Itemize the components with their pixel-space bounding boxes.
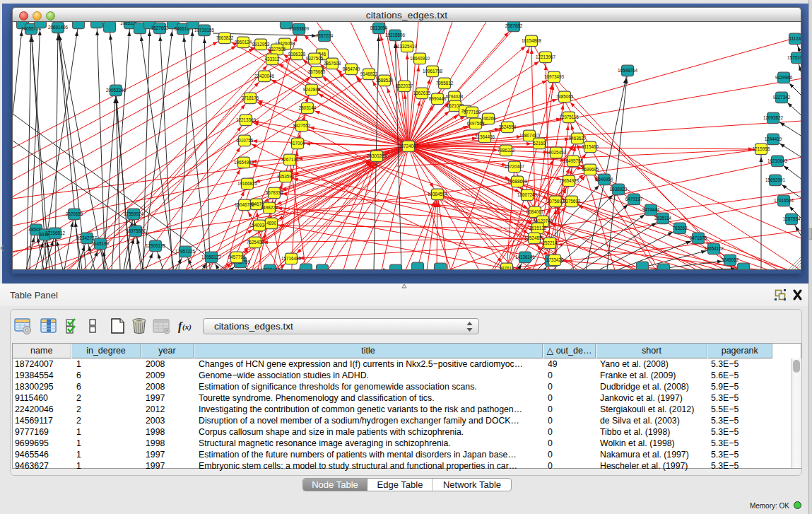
svg-text:19384554: 19384554 — [428, 192, 448, 197]
svg-text:12093822: 12093822 — [763, 115, 784, 120]
svg-text:20691406: 20691406 — [48, 25, 69, 30]
svg-text:8938923: 8938923 — [610, 187, 628, 192]
svg-text:1588520: 1588520 — [376, 78, 394, 83]
svg-text:9129966: 9129966 — [775, 75, 793, 80]
svg-text:9375692: 9375692 — [563, 199, 581, 204]
svg-text:8912953: 8912953 — [252, 42, 270, 47]
svg-text:12505135: 12505135 — [146, 243, 166, 248]
svg-text:17359924: 17359924 — [124, 211, 144, 216]
svg-text:8813054: 8813054 — [370, 25, 388, 30]
svg-text:9327505: 9327505 — [306, 56, 324, 61]
svg-text:16548764: 16548764 — [618, 68, 638, 73]
svg-text:9457791: 9457791 — [228, 255, 246, 259]
svg-text:9146821: 9146821 — [360, 71, 378, 76]
svg-text:2803144: 2803144 — [299, 105, 317, 110]
svg-text:(x): (x) — [182, 322, 192, 332]
svg-text:9463627: 9463627 — [569, 136, 587, 141]
svg-text:93975887: 93975887 — [126, 228, 146, 233]
svg-text:10719155: 10719155 — [194, 28, 215, 33]
svg-text:18640910: 18640910 — [410, 56, 430, 61]
svg-text:9115460: 9115460 — [582, 144, 599, 149]
svg-text:16154808: 16154808 — [522, 38, 542, 43]
svg-text:21364436: 21364436 — [475, 134, 495, 139]
svg-text:62160: 62160 — [533, 141, 546, 146]
svg-text:8471676: 8471676 — [690, 235, 707, 240]
svg-text:417004: 417004 — [290, 141, 305, 146]
svg-text:10961758: 10961758 — [423, 69, 443, 74]
svg-text:10025453: 10025453 — [546, 150, 567, 155]
svg-text:252214: 252214 — [542, 240, 558, 245]
svg-text:19218506: 19218506 — [385, 33, 406, 37]
svg-text:9474444: 9474444 — [642, 207, 660, 212]
svg-text:7357224: 7357224 — [316, 33, 334, 38]
svg-text:8454749: 8454749 — [343, 66, 360, 71]
svg-text:8186328: 8186328 — [288, 52, 306, 57]
svg-text:15751074: 15751074 — [787, 55, 801, 60]
svg-text:17957225: 17957225 — [175, 249, 196, 254]
svg-text:9227342: 9227342 — [773, 95, 791, 100]
svg-text:6794028: 6794028 — [446, 94, 464, 99]
svg-text:1010755: 1010755 — [236, 138, 254, 143]
svg-text:1075692: 1075692 — [547, 199, 565, 204]
svg-text:8322037: 8322037 — [396, 83, 413, 88]
svg-text:1215958: 1215958 — [753, 146, 770, 151]
svg-text:1362615: 1362615 — [413, 90, 431, 95]
svg-text:18607249: 18607249 — [517, 192, 538, 197]
svg-text:7986322: 7986322 — [498, 148, 515, 153]
svg-text:3267130: 3267130 — [281, 157, 299, 162]
svg-text:1640954: 1640954 — [596, 177, 613, 182]
svg-text:7663822: 7663822 — [216, 35, 234, 40]
svg-text:13325419: 13325419 — [397, 44, 418, 49]
svg-text:15692991: 15692991 — [765, 177, 786, 182]
svg-text:12156812: 12156812 — [45, 230, 66, 235]
svg-text:10958127: 10958127 — [201, 255, 222, 259]
svg-text:10973493: 10973493 — [544, 74, 565, 79]
svg-text:1527602: 1527602 — [151, 25, 169, 30]
svg-text:2718176: 2718176 — [242, 95, 259, 100]
svg-text:18495798: 18495798 — [563, 158, 584, 163]
svg-text:9777169: 9777169 — [464, 110, 481, 115]
svg-text:25300203: 25300203 — [367, 153, 387, 158]
svg-text:9860124: 9860124 — [235, 40, 252, 45]
svg-text:22420046: 22420046 — [254, 74, 275, 78]
svg-text:1615132: 1615132 — [529, 226, 547, 230]
svg-text:12823448: 12823448 — [260, 267, 281, 270]
svg-text:8990448: 8990448 — [429, 96, 447, 101]
svg-text:12975115: 12975115 — [559, 115, 579, 119]
svg-text:2020655: 2020655 — [66, 211, 83, 216]
svg-text:19654983: 19654983 — [234, 160, 254, 165]
svg-text:11124: 11124 — [789, 36, 801, 41]
svg-text:3675685: 3675685 — [308, 69, 326, 74]
svg-text:15716485: 15716485 — [281, 256, 302, 261]
svg-text:9242848: 9242848 — [303, 87, 321, 92]
svg-text:1145190: 1145190 — [92, 241, 110, 246]
svg-text:19654923: 19654923 — [559, 178, 579, 183]
svg-text:20053346: 20053346 — [106, 88, 126, 93]
svg-text:10688609: 10688609 — [507, 179, 528, 184]
svg-text:17016504: 17016504 — [774, 198, 794, 203]
svg-text:987612: 987612 — [499, 266, 514, 270]
svg-text:19166825: 19166825 — [237, 181, 258, 186]
svg-text:6479197: 6479197 — [625, 197, 643, 201]
svg-text:18724007: 18724007 — [399, 144, 419, 148]
svg-text:16053809: 16053809 — [289, 26, 310, 31]
svg-text:10807487: 10807487 — [519, 133, 540, 138]
svg-text:16210643: 16210643 — [767, 158, 788, 163]
svg-text:2867608: 2867608 — [324, 61, 341, 66]
svg-text:433312: 433312 — [264, 57, 280, 62]
svg-text:12213369: 12213369 — [236, 117, 257, 122]
svg-text:14136141: 14136141 — [515, 255, 536, 259]
svg-text:13524851: 13524851 — [524, 235, 545, 240]
svg-text:9245052: 9245052 — [722, 257, 739, 262]
svg-text:1733426: 1733426 — [546, 257, 564, 262]
svg-text:4498222: 4498222 — [261, 205, 278, 210]
svg-text:15720407: 15720407 — [505, 164, 525, 169]
svg-text:2935114: 2935114 — [654, 216, 672, 221]
svg-text:4890: 4890 — [266, 221, 277, 226]
svg-text:763262: 763262 — [672, 226, 688, 230]
svg-text:12213967: 12213967 — [536, 54, 556, 59]
svg-text:9327505: 9327505 — [269, 47, 286, 52]
svg-text:1244419: 1244419 — [765, 136, 782, 141]
svg-text:9084067: 9084067 — [526, 209, 544, 214]
svg-text:10654112: 10654112 — [704, 246, 724, 251]
